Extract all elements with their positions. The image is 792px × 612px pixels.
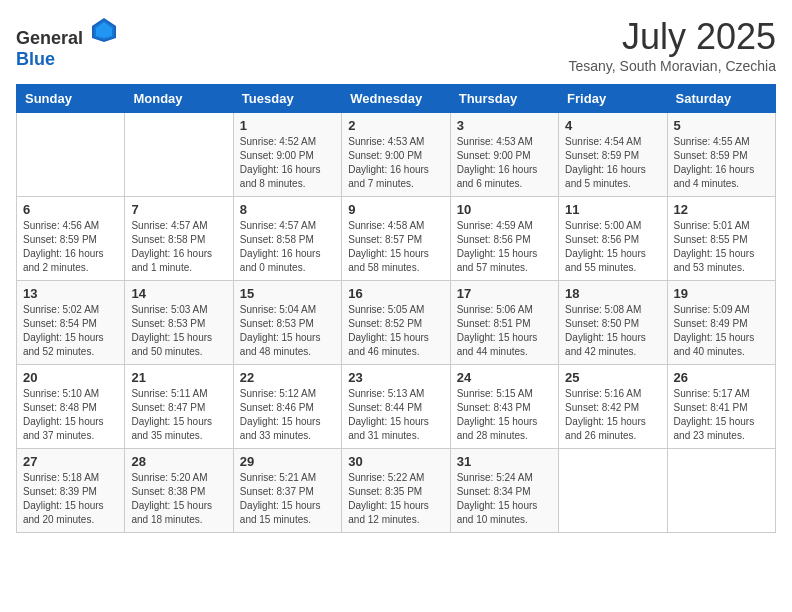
day-info: Sunrise: 4:57 AM Sunset: 8:58 PM Dayligh…	[240, 219, 335, 275]
day-number: 29	[240, 454, 335, 469]
day-number: 1	[240, 118, 335, 133]
calendar-cell: 25Sunrise: 5:16 AM Sunset: 8:42 PM Dayli…	[559, 365, 667, 449]
calendar-table: SundayMondayTuesdayWednesdayThursdayFrid…	[16, 84, 776, 533]
logo-general: General	[16, 28, 83, 48]
calendar-cell: 24Sunrise: 5:15 AM Sunset: 8:43 PM Dayli…	[450, 365, 558, 449]
logo-icon	[90, 16, 118, 44]
day-info: Sunrise: 5:22 AM Sunset: 8:35 PM Dayligh…	[348, 471, 443, 527]
day-number: 27	[23, 454, 118, 469]
day-number: 17	[457, 286, 552, 301]
calendar-cell: 8Sunrise: 4:57 AM Sunset: 8:58 PM Daylig…	[233, 197, 341, 281]
week-row-5: 27Sunrise: 5:18 AM Sunset: 8:39 PM Dayli…	[17, 449, 776, 533]
calendar-cell: 15Sunrise: 5:04 AM Sunset: 8:53 PM Dayli…	[233, 281, 341, 365]
day-number: 23	[348, 370, 443, 385]
calendar-cell: 17Sunrise: 5:06 AM Sunset: 8:51 PM Dayli…	[450, 281, 558, 365]
calendar-cell: 7Sunrise: 4:57 AM Sunset: 8:58 PM Daylig…	[125, 197, 233, 281]
day-number: 24	[457, 370, 552, 385]
day-header-tuesday: Tuesday	[233, 85, 341, 113]
calendar-cell: 21Sunrise: 5:11 AM Sunset: 8:47 PM Dayli…	[125, 365, 233, 449]
month-title: July 2025	[568, 16, 776, 58]
week-row-2: 6Sunrise: 4:56 AM Sunset: 8:59 PM Daylig…	[17, 197, 776, 281]
day-number: 3	[457, 118, 552, 133]
calendar-cell: 27Sunrise: 5:18 AM Sunset: 8:39 PM Dayli…	[17, 449, 125, 533]
day-number: 2	[348, 118, 443, 133]
day-number: 28	[131, 454, 226, 469]
calendar-cell: 22Sunrise: 5:12 AM Sunset: 8:46 PM Dayli…	[233, 365, 341, 449]
day-info: Sunrise: 5:21 AM Sunset: 8:37 PM Dayligh…	[240, 471, 335, 527]
day-number: 8	[240, 202, 335, 217]
calendar-cell: 3Sunrise: 4:53 AM Sunset: 9:00 PM Daylig…	[450, 113, 558, 197]
calendar-cell: 23Sunrise: 5:13 AM Sunset: 8:44 PM Dayli…	[342, 365, 450, 449]
calendar-cell: 1Sunrise: 4:52 AM Sunset: 9:00 PM Daylig…	[233, 113, 341, 197]
day-info: Sunrise: 5:02 AM Sunset: 8:54 PM Dayligh…	[23, 303, 118, 359]
day-number: 19	[674, 286, 769, 301]
day-number: 10	[457, 202, 552, 217]
calendar-cell: 28Sunrise: 5:20 AM Sunset: 8:38 PM Dayli…	[125, 449, 233, 533]
day-info: Sunrise: 4:59 AM Sunset: 8:56 PM Dayligh…	[457, 219, 552, 275]
day-number: 30	[348, 454, 443, 469]
logo: General Blue	[16, 16, 118, 70]
day-header-saturday: Saturday	[667, 85, 775, 113]
day-info: Sunrise: 4:55 AM Sunset: 8:59 PM Dayligh…	[674, 135, 769, 191]
calendar-cell: 26Sunrise: 5:17 AM Sunset: 8:41 PM Dayli…	[667, 365, 775, 449]
day-info: Sunrise: 5:15 AM Sunset: 8:43 PM Dayligh…	[457, 387, 552, 443]
day-header-sunday: Sunday	[17, 85, 125, 113]
day-info: Sunrise: 5:09 AM Sunset: 8:49 PM Dayligh…	[674, 303, 769, 359]
calendar-cell: 19Sunrise: 5:09 AM Sunset: 8:49 PM Dayli…	[667, 281, 775, 365]
day-info: Sunrise: 5:10 AM Sunset: 8:48 PM Dayligh…	[23, 387, 118, 443]
day-number: 14	[131, 286, 226, 301]
day-number: 15	[240, 286, 335, 301]
day-info: Sunrise: 5:20 AM Sunset: 8:38 PM Dayligh…	[131, 471, 226, 527]
day-info: Sunrise: 4:52 AM Sunset: 9:00 PM Dayligh…	[240, 135, 335, 191]
calendar-cell: 10Sunrise: 4:59 AM Sunset: 8:56 PM Dayli…	[450, 197, 558, 281]
calendar-cell	[17, 113, 125, 197]
day-number: 25	[565, 370, 660, 385]
day-info: Sunrise: 5:03 AM Sunset: 8:53 PM Dayligh…	[131, 303, 226, 359]
calendar-cell: 13Sunrise: 5:02 AM Sunset: 8:54 PM Dayli…	[17, 281, 125, 365]
calendar-cell: 31Sunrise: 5:24 AM Sunset: 8:34 PM Dayli…	[450, 449, 558, 533]
calendar-cell: 20Sunrise: 5:10 AM Sunset: 8:48 PM Dayli…	[17, 365, 125, 449]
day-number: 7	[131, 202, 226, 217]
calendar-cell: 4Sunrise: 4:54 AM Sunset: 8:59 PM Daylig…	[559, 113, 667, 197]
day-info: Sunrise: 4:53 AM Sunset: 9:00 PM Dayligh…	[457, 135, 552, 191]
day-number: 12	[674, 202, 769, 217]
day-info: Sunrise: 5:18 AM Sunset: 8:39 PM Dayligh…	[23, 471, 118, 527]
day-info: Sunrise: 5:16 AM Sunset: 8:42 PM Dayligh…	[565, 387, 660, 443]
calendar-cell: 16Sunrise: 5:05 AM Sunset: 8:52 PM Dayli…	[342, 281, 450, 365]
day-info: Sunrise: 5:24 AM Sunset: 8:34 PM Dayligh…	[457, 471, 552, 527]
day-info: Sunrise: 4:54 AM Sunset: 8:59 PM Dayligh…	[565, 135, 660, 191]
day-info: Sunrise: 5:12 AM Sunset: 8:46 PM Dayligh…	[240, 387, 335, 443]
day-info: Sunrise: 4:53 AM Sunset: 9:00 PM Dayligh…	[348, 135, 443, 191]
calendar-cell: 12Sunrise: 5:01 AM Sunset: 8:55 PM Dayli…	[667, 197, 775, 281]
day-header-wednesday: Wednesday	[342, 85, 450, 113]
day-info: Sunrise: 5:06 AM Sunset: 8:51 PM Dayligh…	[457, 303, 552, 359]
day-number: 13	[23, 286, 118, 301]
day-info: Sunrise: 5:01 AM Sunset: 8:55 PM Dayligh…	[674, 219, 769, 275]
day-info: Sunrise: 5:00 AM Sunset: 8:56 PM Dayligh…	[565, 219, 660, 275]
title-section: July 2025 Tesany, South Moravian, Czechi…	[568, 16, 776, 74]
day-number: 26	[674, 370, 769, 385]
day-info: Sunrise: 5:17 AM Sunset: 8:41 PM Dayligh…	[674, 387, 769, 443]
day-number: 21	[131, 370, 226, 385]
calendar-cell	[125, 113, 233, 197]
day-info: Sunrise: 5:11 AM Sunset: 8:47 PM Dayligh…	[131, 387, 226, 443]
day-number: 4	[565, 118, 660, 133]
calendar-cell	[559, 449, 667, 533]
day-info: Sunrise: 4:58 AM Sunset: 8:57 PM Dayligh…	[348, 219, 443, 275]
calendar-cell: 5Sunrise: 4:55 AM Sunset: 8:59 PM Daylig…	[667, 113, 775, 197]
week-row-1: 1Sunrise: 4:52 AM Sunset: 9:00 PM Daylig…	[17, 113, 776, 197]
calendar-cell: 2Sunrise: 4:53 AM Sunset: 9:00 PM Daylig…	[342, 113, 450, 197]
day-info: Sunrise: 5:13 AM Sunset: 8:44 PM Dayligh…	[348, 387, 443, 443]
day-header-monday: Monday	[125, 85, 233, 113]
week-row-3: 13Sunrise: 5:02 AM Sunset: 8:54 PM Dayli…	[17, 281, 776, 365]
day-number: 16	[348, 286, 443, 301]
page-header: General Blue July 2025 Tesany, South Mor…	[16, 16, 776, 74]
calendar-cell: 6Sunrise: 4:56 AM Sunset: 8:59 PM Daylig…	[17, 197, 125, 281]
day-number: 31	[457, 454, 552, 469]
calendar-cell: 18Sunrise: 5:08 AM Sunset: 8:50 PM Dayli…	[559, 281, 667, 365]
day-info: Sunrise: 5:05 AM Sunset: 8:52 PM Dayligh…	[348, 303, 443, 359]
day-info: Sunrise: 4:56 AM Sunset: 8:59 PM Dayligh…	[23, 219, 118, 275]
logo-blue: Blue	[16, 49, 55, 69]
logo-text: General Blue	[16, 16, 118, 70]
calendar-cell: 11Sunrise: 5:00 AM Sunset: 8:56 PM Dayli…	[559, 197, 667, 281]
